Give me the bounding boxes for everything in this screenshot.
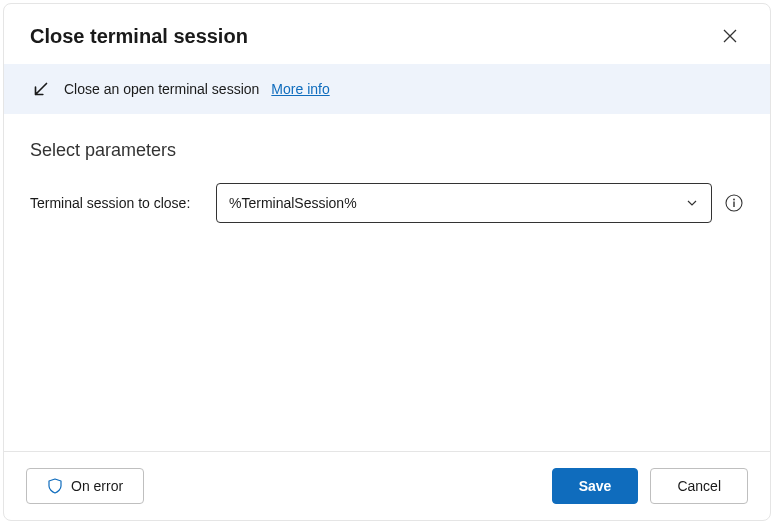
dialog-footer: On error Save Cancel [4, 451, 770, 520]
terminal-session-dropdown[interactable]: %TerminalSession% [216, 183, 712, 223]
section-title: Select parameters [30, 140, 744, 161]
close-icon [723, 29, 737, 43]
dialog-content: Select parameters Terminal session to cl… [4, 114, 770, 451]
chevron-down-icon [685, 196, 699, 210]
info-bar: Close an open terminal session More info [4, 64, 770, 114]
on-error-label: On error [71, 478, 123, 494]
more-info-link[interactable]: More info [271, 81, 329, 97]
svg-point-1 [733, 199, 735, 201]
save-button[interactable]: Save [552, 468, 639, 504]
close-terminal-session-dialog: Close terminal session Close an open ter… [3, 3, 771, 521]
dialog-header: Close terminal session [4, 4, 770, 64]
terminal-close-icon [30, 78, 52, 100]
info-icon [725, 194, 743, 212]
param-info-button[interactable] [724, 193, 744, 213]
info-description: Close an open terminal session [64, 81, 259, 97]
dropdown-value: %TerminalSession% [229, 195, 357, 211]
shield-icon [47, 478, 63, 494]
footer-actions: Save Cancel [552, 468, 748, 504]
param-row: Terminal session to close: %TerminalSess… [30, 183, 744, 223]
dialog-title: Close terminal session [30, 25, 248, 48]
close-button[interactable] [716, 22, 744, 50]
cancel-button[interactable]: Cancel [650, 468, 748, 504]
svg-rect-2 [733, 202, 734, 208]
param-label: Terminal session to close: [30, 195, 204, 211]
on-error-button[interactable]: On error [26, 468, 144, 504]
